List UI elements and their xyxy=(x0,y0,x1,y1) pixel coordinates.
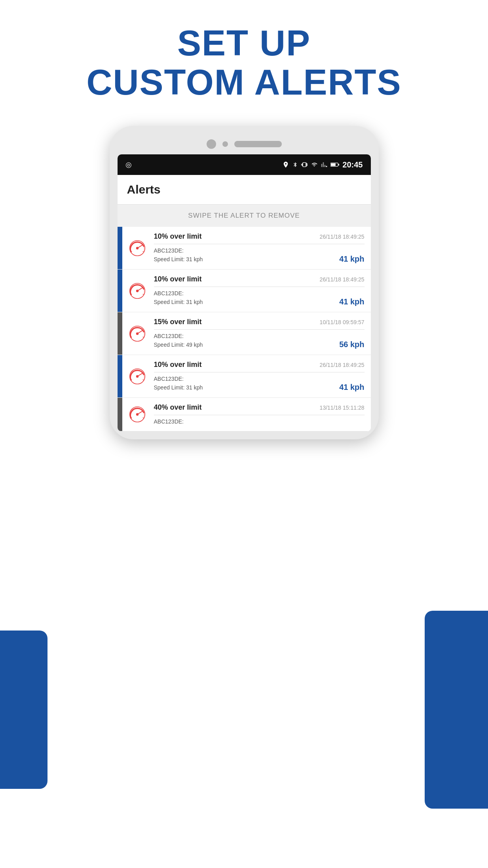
status-left-icon: ◎ xyxy=(125,160,132,169)
status-right-icons: 20:45 xyxy=(282,160,363,169)
alert-title: 15% over limit xyxy=(154,318,202,326)
svg-point-24 xyxy=(136,413,138,416)
alert-icon-col xyxy=(122,355,152,397)
alert-vehicle: ABC123DE: xyxy=(154,247,365,254)
page-title: SET UP CUSTOM ALERTS xyxy=(86,24,401,102)
svg-rect-1 xyxy=(331,163,336,166)
alert-bottom-row: Speed Limit: 31 kph 41 kph xyxy=(154,255,365,264)
alert-bottom-row: Speed Limit: 31 kph 41 kph xyxy=(154,297,365,306)
speedometer-icon xyxy=(128,367,147,386)
speedometer-icon xyxy=(128,405,147,424)
alert-top-row: 10% over limit 26/11/18 18:49:25 xyxy=(154,232,365,244)
alert-top-row: 10% over limit 26/11/18 18:49:25 xyxy=(154,361,365,372)
title-line2: CUSTOM ALERTS xyxy=(86,63,401,102)
alert-speed-limit: Speed Limit: 31 kph xyxy=(154,384,203,391)
speedometer-icon xyxy=(128,239,147,258)
status-time: 20:45 xyxy=(342,160,363,169)
alert-top-row: 10% over limit 26/11/18 18:49:25 xyxy=(154,275,365,287)
app-header-title: Alerts xyxy=(127,183,361,196)
alert-bar xyxy=(118,227,122,269)
swipe-hint: SWIPE THE ALERT TO REMOVE xyxy=(118,205,371,227)
alert-bottom-row: Speed Limit: 31 kph 41 kph xyxy=(154,383,365,392)
alert-icon-col xyxy=(122,398,152,431)
wifi-icon xyxy=(311,162,318,167)
alert-vehicle: ABC123DE: xyxy=(154,376,365,382)
alert-time: 13/11/18 15:11:28 xyxy=(320,405,365,411)
alert-title: 40% over limit xyxy=(154,403,202,412)
svg-rect-2 xyxy=(338,164,339,165)
location-icon xyxy=(282,161,289,168)
decorative-shape-right xyxy=(425,611,488,809)
decorative-shape-left xyxy=(0,631,47,789)
bluetooth-icon xyxy=(292,161,298,168)
alert-speed-value: 56 kph xyxy=(339,340,364,349)
svg-point-19 xyxy=(136,375,138,377)
alert-speed-limit: Speed Limit: 49 kph xyxy=(154,342,203,348)
signal-icon xyxy=(321,161,327,168)
alert-icon-col xyxy=(122,312,152,355)
alert-item[interactable]: 40% over limit 13/11/18 15:11:28 ABC123D… xyxy=(118,398,371,431)
alert-vehicle: ABC123DE: xyxy=(154,333,365,339)
alert-item[interactable]: 10% over limit 26/11/18 18:49:25 ABC123D… xyxy=(118,227,371,270)
svg-point-14 xyxy=(136,332,138,334)
alert-content: 40% over limit 13/11/18 15:11:28 ABC123D… xyxy=(152,398,371,431)
alert-top-row: 40% over limit 13/11/18 15:11:28 xyxy=(154,403,365,415)
speedometer-icon xyxy=(128,281,147,300)
alert-speed-limit: Speed Limit: 31 kph xyxy=(154,256,203,262)
battery-icon xyxy=(330,162,339,167)
alert-bar xyxy=(118,312,122,355)
alert-speed-value: 41 kph xyxy=(339,383,364,392)
alert-time: 26/11/18 18:49:25 xyxy=(320,362,365,368)
alerts-list: 10% over limit 26/11/18 18:49:25 ABC123D… xyxy=(118,227,371,431)
alert-item[interactable]: 15% over limit 10/11/18 09:59:57 ABC123D… xyxy=(118,312,371,355)
phone-screen: ◎ xyxy=(118,154,371,431)
alert-title: 10% over limit xyxy=(154,275,202,283)
alert-content: 10% over limit 26/11/18 18:49:25 ABC123D… xyxy=(152,270,371,312)
alert-speed-value: 41 kph xyxy=(339,297,364,306)
alert-content: 10% over limit 26/11/18 18:49:25 ABC123D… xyxy=(152,227,371,269)
vibrate-icon xyxy=(301,161,308,168)
alert-bar xyxy=(118,355,122,397)
speedometer-icon xyxy=(128,324,147,343)
phone-outer: ◎ xyxy=(110,126,379,439)
alert-content: 10% over limit 26/11/18 18:49:25 ABC123D… xyxy=(152,355,371,397)
svg-point-9 xyxy=(136,289,138,292)
alert-time: 10/11/18 09:59:57 xyxy=(320,319,365,325)
svg-point-4 xyxy=(136,247,138,249)
alert-top-row: 15% over limit 10/11/18 09:59:57 xyxy=(154,318,365,330)
alert-icon-col xyxy=(122,270,152,312)
phone-mockup: ◎ xyxy=(110,126,379,439)
alert-bottom-row: Speed Limit: 49 kph 56 kph xyxy=(154,340,365,349)
phone-speaker xyxy=(234,141,282,147)
alert-time: 26/11/18 18:49:25 xyxy=(320,234,365,240)
title-line1: SET UP xyxy=(86,24,401,63)
alert-item[interactable]: 10% over limit 26/11/18 18:49:25 ABC123D… xyxy=(118,270,371,312)
app-header: Alerts xyxy=(118,175,371,205)
phone-dot xyxy=(222,141,228,147)
alert-bar xyxy=(118,398,122,431)
alert-title: 10% over limit xyxy=(154,232,202,241)
alert-time: 26/11/18 18:49:25 xyxy=(320,276,365,283)
phone-camera xyxy=(207,139,216,149)
alert-speed-limit: Speed Limit: 31 kph xyxy=(154,299,203,305)
alert-title: 10% over limit xyxy=(154,361,202,369)
status-bar: ◎ xyxy=(118,154,371,175)
phone-top xyxy=(118,134,371,154)
alert-vehicle: ABC123DE: xyxy=(154,290,365,296)
alert-icon-col xyxy=(122,227,152,269)
alert-speed-value: 41 kph xyxy=(339,255,364,264)
alert-content: 15% over limit 10/11/18 09:59:57 ABC123D… xyxy=(152,312,371,355)
alert-vehicle: ABC123DE: xyxy=(154,418,365,425)
alert-item[interactable]: 10% over limit 26/11/18 18:49:25 ABC123D… xyxy=(118,355,371,398)
alert-bar xyxy=(118,270,122,312)
